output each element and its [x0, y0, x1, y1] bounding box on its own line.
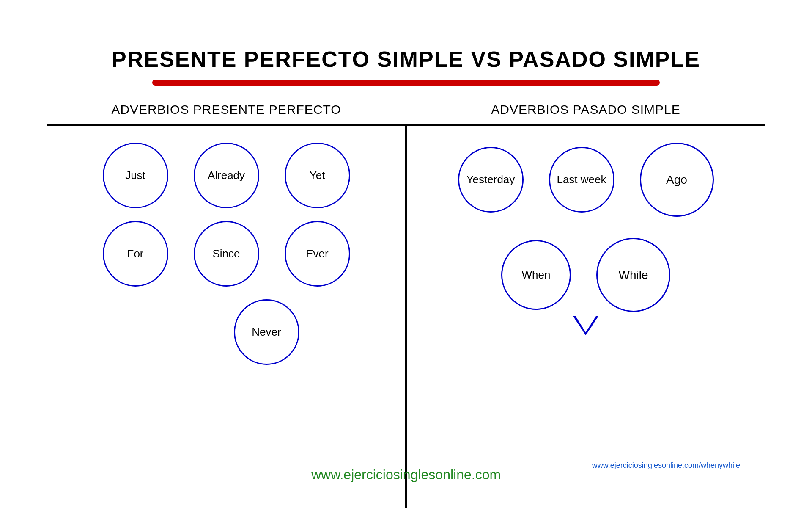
when-while-arrow [573, 316, 598, 335]
circle-just: Just [103, 143, 168, 208]
circle-while: While [596, 238, 670, 312]
right-row-2: When While [501, 238, 670, 312]
circle-for: For [103, 221, 168, 287]
right-column-title: ADVERBIOS PASADO SIMPLE [491, 102, 680, 117]
circle-last-week: Last week [549, 147, 614, 213]
main-content: ADVERBIOS PRESENTE PERFECTO Just Already… [47, 102, 765, 508]
right-column: ADVERBIOS PASADO SIMPLE Yesterday Last w… [406, 102, 765, 508]
website-link-small: www.ejerciciosinglesonline.com/whenywhil… [592, 461, 740, 470]
left-column: ADVERBIOS PRESENTE PERFECTO Just Already… [47, 102, 406, 508]
left-circles: Just Already Yet For Since Ever [47, 126, 406, 365]
circle-never: Never [234, 299, 299, 365]
red-divider [152, 80, 660, 86]
circle-already: Already [194, 143, 259, 208]
right-row-1: Yesterday Last week Ago [458, 143, 714, 217]
left-row-2: For Since Ever [103, 221, 350, 287]
circle-since: Since [194, 221, 259, 287]
right-circles: Yesterday Last week Ago When While [406, 126, 765, 312]
circle-when: When [501, 240, 571, 310]
circle-yet: Yet [285, 143, 350, 208]
left-column-title: ADVERBIOS PRESENTE PERFECTO [111, 102, 341, 117]
website-link-main: www.ejerciciosinglesonline.com [311, 467, 501, 483]
circle-ever: Ever [285, 221, 350, 287]
page-title: PRESENTE PERFECTO SIMPLE VS PASADO SIMPL… [112, 47, 700, 72]
left-row-1: Just Already Yet [103, 143, 350, 208]
circle-yesterday: Yesterday [458, 147, 524, 213]
circle-ago: Ago [640, 143, 714, 217]
left-row-3: Never [154, 299, 299, 365]
